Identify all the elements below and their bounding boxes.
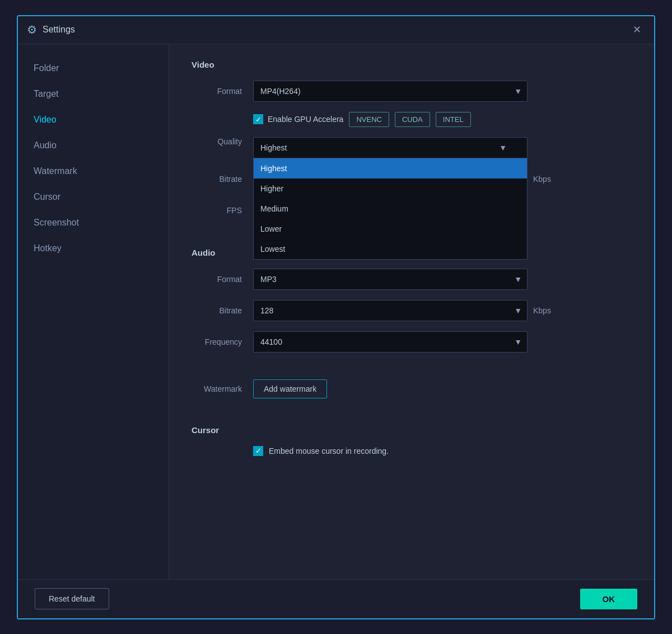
video-quality-row: Quality Highest ▼ Highest Higher Medium … [192, 137, 632, 158]
gpu-label: Enable GPU Accelera [268, 115, 343, 124]
cursor-embed-row: ✓ Embed mouse cursor in recording. [253, 446, 632, 456]
video-quality-value: Highest [260, 143, 287, 152]
video-section-title: Video [192, 60, 632, 69]
quality-option-lowest[interactable]: Lowest [254, 239, 527, 259]
cursor-checkmark-icon: ✓ [255, 447, 262, 455]
main-content: Folder Target Video Audio Watermark Curs… [18, 44, 654, 579]
audio-bitrate-select-wrapper: 128 ▼ [253, 300, 528, 321]
audio-frequency-row: Frequency 44100 ▼ [192, 331, 632, 353]
settings-window: ⚙ Settings ✕ Folder Target Video Audio W… [17, 15, 655, 619]
audio-bitrate-select[interactable]: 128 [253, 300, 528, 321]
video-bitrate-label: Bitrate [192, 175, 242, 184]
sidebar-item-watermark[interactable]: Watermark [18, 158, 169, 184]
audio-format-select[interactable]: MP3 [253, 269, 528, 290]
title-bar: ⚙ Settings ✕ [18, 16, 654, 44]
quality-option-medium[interactable]: Medium [254, 199, 527, 219]
video-quality-header[interactable]: Highest ▼ [253, 137, 528, 158]
video-format-row: Format MP4(H264) ▼ [192, 81, 632, 102]
audio-format-label: Format [192, 275, 242, 284]
sidebar: Folder Target Video Audio Watermark Curs… [18, 44, 169, 579]
video-fps-label: FPS [192, 206, 242, 215]
ok-button[interactable]: OK [580, 589, 638, 609]
checkmark-icon: ✓ [255, 115, 262, 124]
sidebar-item-audio[interactable]: Audio [18, 133, 169, 158]
cursor-embed-label: Embed mouse cursor in recording. [269, 447, 389, 455]
footer: Reset default OK [18, 579, 654, 618]
video-quality-list: Highest Higher Medium Lower Lowest [253, 158, 528, 260]
gpu-row: ✓ Enable GPU Accelera NVENC CUDA INTEL [253, 112, 632, 127]
nvenc-button[interactable]: NVENC [349, 112, 389, 127]
reset-default-button[interactable]: Reset default [35, 588, 109, 609]
gpu-checkbox-wrapper: ✓ Enable GPU Accelera [253, 114, 343, 124]
cursor-embed-checkbox[interactable]: ✓ [253, 446, 263, 456]
sidebar-item-target[interactable]: Target [18, 81, 169, 107]
intel-button[interactable]: INTEL [436, 112, 471, 127]
watermark-row: Watermark Add watermark [192, 379, 632, 398]
audio-bitrate-unit: Kbps [533, 306, 551, 315]
settings-icon: ⚙ [27, 23, 37, 36]
sidebar-item-screenshot[interactable]: Screenshot [18, 210, 169, 236]
window-title: Settings [43, 25, 628, 35]
video-format-select[interactable]: MP4(H264) [253, 81, 528, 102]
quality-option-lower[interactable]: Lower [254, 219, 527, 239]
sidebar-item-folder[interactable]: Folder [18, 55, 169, 81]
sidebar-item-cursor[interactable]: Cursor [18, 184, 169, 210]
video-quality-label: Quality [192, 137, 242, 146]
video-format-label: Format [192, 87, 242, 96]
quality-option-highest[interactable]: Highest [254, 158, 527, 179]
audio-format-select-wrapper: MP3 ▼ [253, 269, 528, 290]
video-quality-dropdown[interactable]: Highest ▼ Highest Higher Medium Lower Lo… [253, 137, 528, 158]
gpu-checkbox[interactable]: ✓ [253, 114, 263, 124]
audio-frequency-select-wrapper: 44100 ▼ [253, 331, 528, 353]
audio-frequency-select[interactable]: 44100 [253, 331, 528, 353]
watermark-label: Watermark [192, 384, 242, 393]
close-button[interactable]: ✕ [628, 21, 645, 38]
content-area: Video Format MP4(H264) ▼ ✓ Enable GPU Ac [169, 44, 654, 579]
sidebar-item-hotkey[interactable]: Hotkey [18, 236, 169, 261]
video-format-select-wrapper: MP4(H264) ▼ [253, 81, 528, 102]
cuda-button[interactable]: CUDA [395, 112, 430, 127]
audio-format-row: Format MP3 ▼ [192, 269, 632, 290]
video-bitrate-unit: Kbps [533, 175, 551, 184]
cursor-section-title: Cursor [192, 425, 632, 435]
sidebar-item-video[interactable]: Video [18, 107, 169, 133]
add-watermark-button[interactable]: Add watermark [253, 379, 327, 398]
audio-bitrate-label: Bitrate [192, 306, 242, 315]
quality-option-higher[interactable]: Higher [254, 179, 527, 199]
audio-bitrate-row: Bitrate 128 ▼ Kbps [192, 300, 632, 321]
audio-frequency-label: Frequency [192, 337, 242, 346]
video-quality-arrow-icon: ▼ [499, 143, 507, 152]
